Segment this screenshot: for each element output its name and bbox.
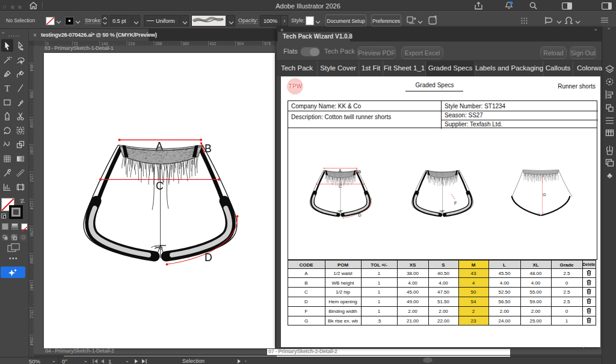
svg-text:♣: ♣: [607, 171, 612, 179]
